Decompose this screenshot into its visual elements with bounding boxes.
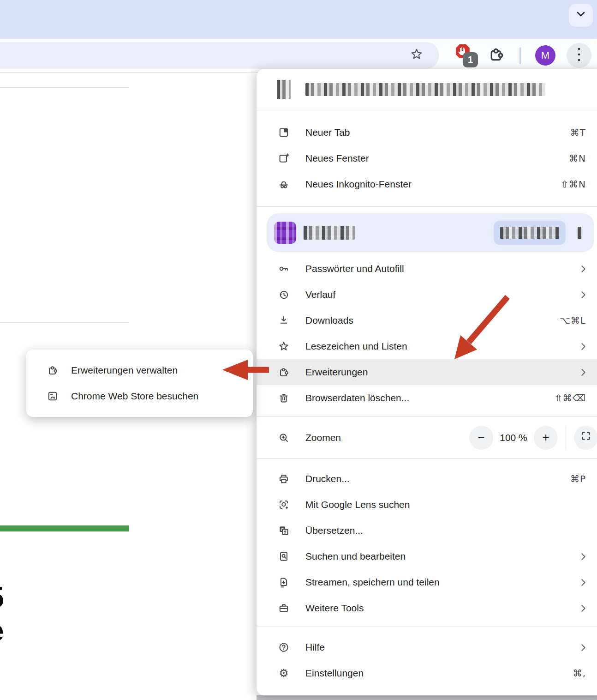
menu-item-suchen-und-bearbeiten[interactable]: Suchen und bearbeiten [257, 543, 597, 569]
menu-item-label: Hilfe [305, 642, 581, 653]
profile-card[interactable] [267, 213, 594, 252]
menu-item-hilfe[interactable]: Hilfe [257, 634, 597, 660]
address-bar[interactable] [0, 42, 439, 69]
printer-icon [277, 472, 291, 486]
blurred-profile-more [578, 227, 582, 239]
menu-item-downloads[interactable]: Downloads⌥⌘L [257, 308, 597, 333]
menu-item-label: Suchen und bearbeiten [305, 551, 581, 562]
menu-item-einstellungen[interactable]: ⚙Einstellungen⌘, [257, 660, 597, 686]
chevron-down-icon [576, 11, 586, 19]
toolbar-separator [519, 47, 521, 64]
menu-item-label: Chrome Web Store besuchen [71, 391, 198, 402]
zoom-out-button[interactable]: − [469, 426, 493, 450]
extensions-toolbar-button[interactable] [487, 46, 506, 65]
settings-gear-icon: ⚙ [277, 666, 291, 680]
menu-item-neues-inkognito-fenster[interactable]: Neues Inkognito-Fenster⇧⌘N [257, 171, 597, 197]
blurred-site-icon [277, 80, 291, 99]
chevron-right-icon [581, 553, 586, 561]
menu-item-label: Neues Inkognito-Fenster [305, 179, 561, 190]
chevron-right-icon [581, 343, 586, 350]
help-icon [277, 640, 291, 654]
puzzle-outline-icon [487, 45, 506, 66]
profile-avatar-button[interactable]: M [535, 45, 555, 66]
menu-item-label: Neues Fenster [305, 153, 569, 164]
page-heading-fragment: 5 [0, 583, 4, 612]
extensions-submenu: Erweiterungen verwaltenChrome Web Store … [26, 350, 253, 417]
menu-item-neues-fenster[interactable]: Neues Fenster⌘N [257, 145, 597, 171]
briefcase-icon [277, 601, 291, 615]
adblock-badge: 1 [463, 52, 478, 67]
menu-item-übersetzen[interactable]: GÜbersetzen... [257, 518, 597, 543]
blurred-profile-name [304, 226, 355, 240]
menu-item-verlauf[interactable]: Verlauf [257, 282, 597, 308]
translate-icon: G [277, 524, 291, 537]
page-green-bar [0, 525, 129, 531]
menu-section-new: Neuer Tab⌘TNeues Fenster⌘NNeues Inkognit… [257, 110, 597, 206]
blurred-profile-action-pill[interactable] [494, 221, 566, 245]
cast-save-share-icon [277, 575, 291, 589]
menu-item-streamen-speichern-und-teilen[interactable]: Streamen, speichern und teilen [257, 569, 597, 595]
menu-item-label: Browserdaten löschen... [305, 392, 555, 404]
chevron-right-icon [581, 265, 586, 273]
google-lens-icon [277, 498, 291, 512]
menu-item-label: Erweiterungen [305, 367, 581, 378]
bookmark-star-button[interactable] [409, 47, 424, 63]
menu-item-drucken[interactable]: Drucken...⌘P [257, 466, 597, 492]
zoom-value: 100 % [493, 432, 534, 443]
menu-item-erweiterungen[interactable]: Erweiterungen [257, 359, 597, 385]
menu-item-label: Downloads [305, 315, 560, 326]
menu-item-label: Erweiterungen verwalten [71, 365, 178, 376]
zoom-separator [566, 426, 566, 449]
menu-item-label: Weitere Tools [305, 603, 581, 614]
menu-item-label: Verlauf [305, 289, 581, 300]
tabstrip-collapse-button[interactable] [569, 4, 593, 27]
menu-item-passwörter-und-autofill[interactable]: Passwörter und Autofill [257, 256, 597, 282]
menu-section-main: Passwörter und AutofillVerlaufDownloads⌥… [257, 255, 597, 416]
page-divider-line [0, 87, 129, 88]
menu-item-neuer-tab[interactable]: Neuer Tab⌘T [257, 120, 597, 145]
profile-row-wrap [257, 207, 597, 255]
menu-section-tools: Drucken...⌘PMit Google Lens suchenGÜbers… [257, 459, 597, 627]
menu-item-erweiterungen-verwalten[interactable]: Erweiterungen verwalten [26, 357, 253, 383]
key-icon [277, 262, 291, 276]
three-dot-menu-icon [577, 47, 581, 64]
three-dot-menu-button[interactable] [567, 43, 591, 68]
menu-item-weitere-tools[interactable]: Weitere Tools [257, 595, 597, 621]
incognito-icon [277, 177, 291, 191]
chevron-right-icon [581, 368, 586, 376]
menu-item-label: Neuer Tab [305, 127, 570, 138]
shortcut-label: ⇧⌘N [561, 179, 586, 190]
menu-item-label: Streamen, speichern und teilen [305, 577, 581, 588]
shortcut-label: ⌘, [573, 668, 586, 679]
search-page-icon [277, 549, 291, 563]
tab-strip [0, 0, 597, 39]
fullscreen-corners-icon [580, 430, 592, 445]
zoom-in-button[interactable]: + [534, 426, 558, 450]
blurred-menu-title [305, 83, 545, 96]
shortcut-label: ⌥⌘L [560, 315, 586, 326]
fullscreen-button[interactable] [574, 426, 597, 450]
trash-icon [277, 391, 291, 405]
menu-item-browserdaten-löschen[interactable]: Browserdaten löschen...⇧⌘⌫ [257, 385, 597, 411]
page-heading-fragment: e [0, 616, 4, 646]
menu-item-label: Einstellungen [305, 668, 573, 679]
menu-item-label: Drucken... [305, 473, 570, 484]
zoom-in-icon [277, 431, 291, 445]
page-divider-line [0, 322, 129, 323]
puzzle-icon [277, 365, 291, 379]
menu-header-row [257, 69, 597, 110]
zoom-label: Zoomen [305, 432, 469, 443]
menu-item-mit-google-lens-suchen[interactable]: Mit Google Lens suchen [257, 492, 597, 518]
menu-item-lesezeichen-und-listen[interactable]: Lesezeichen und Listen [257, 333, 597, 359]
chevron-right-icon [581, 579, 586, 586]
menu-item-chrome-web-store-besuchen[interactable]: Chrome Web Store besuchen [26, 383, 253, 409]
blurred-pill-text [500, 227, 559, 239]
chevron-right-icon [581, 291, 586, 299]
blurred-profile-avatar [274, 222, 296, 244]
star-outline-icon [409, 47, 424, 63]
menu-section-bottom: Hilfe⚙Einstellungen⌘, [257, 627, 597, 695]
menu-item-label: Passwörter und Autofill [305, 263, 581, 274]
shortcut-label: ⌘N [569, 153, 586, 164]
new-tab-icon [277, 126, 291, 139]
chevron-right-icon [581, 644, 586, 652]
